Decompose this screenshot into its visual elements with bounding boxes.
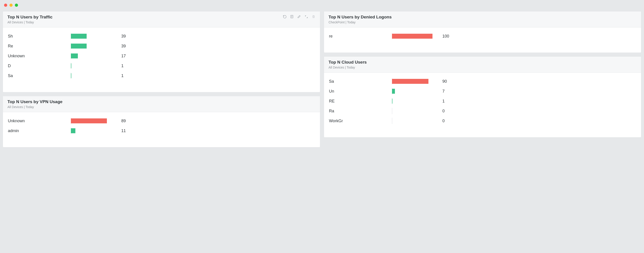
bar-row: Ra0 [329, 109, 636, 113]
bar-value: 100 [442, 34, 449, 39]
bar-value: 89 [121, 119, 126, 123]
bar-row: WorkGr0 [329, 118, 636, 123]
bar-track [71, 34, 116, 39]
bar-value: 90 [442, 79, 447, 84]
bar-row: re100 [329, 34, 636, 39]
bar-row: Unknown89 [8, 118, 315, 123]
panel-toolbar [282, 14, 316, 19]
window-close-icon[interactable] [4, 3, 7, 7]
bar-fill[interactable] [392, 79, 428, 84]
bar-fill[interactable] [71, 53, 78, 58]
bar-row: Unknown17 [8, 53, 315, 58]
bar-value: 1 [121, 73, 124, 78]
bar-value: 7 [442, 89, 445, 94]
bar-track [71, 63, 116, 68]
panel-header: Top N Users by VPN Usage All Devices | T… [3, 96, 320, 112]
window-fullscreen-icon[interactable] [15, 3, 18, 7]
bar-value: 1 [121, 64, 124, 68]
bar-label: Ra [329, 109, 392, 113]
bar-row: admin11 [8, 128, 315, 133]
panel-body: Sa90Un7RE1Ra0WorkGr0 [324, 73, 641, 137]
bar-label: Unknown [8, 119, 71, 123]
axis-tick [392, 108, 392, 114]
bar-fill[interactable] [392, 34, 432, 39]
axis-tick [392, 118, 392, 124]
bar-track [392, 118, 437, 123]
panel-cloud: Top N Cloud Users All Devices | Today Sa… [324, 56, 641, 138]
bar-fill[interactable] [71, 128, 76, 133]
bar-label: Sh [8, 34, 71, 39]
bar-value: 39 [121, 34, 126, 39]
bar-label: WorkGr [329, 119, 392, 123]
panel-body: Unknown89admin11 [3, 112, 320, 147]
bar-track [71, 73, 116, 78]
bar-track [392, 79, 437, 84]
panel-subtitle: All Devices | Today [328, 66, 367, 69]
bar-label: D [8, 64, 71, 68]
bar-track [71, 53, 116, 58]
bar-value: 11 [121, 129, 126, 133]
titlebar [0, 0, 644, 10]
bar-value: 39 [121, 44, 126, 48]
panel-body: Sh39Re39Unknown17D1Sa1 [3, 27, 320, 92]
bar-label: RE [329, 99, 392, 104]
bar-track [392, 109, 437, 113]
column-right: Top N Users by Denied Logons CheckPoint … [324, 11, 641, 147]
panel-header: Top N Users by Denied Logons CheckPoint … [324, 11, 641, 27]
dashboard-grid: Top N Users by Traffic All Devices | Tod… [0, 10, 644, 150]
panel-vpn: Top N Users by VPN Usage All Devices | T… [3, 96, 320, 147]
bar-label: Re [8, 44, 71, 48]
bar-row: Sh39 [8, 34, 315, 39]
column-left: Top N Users by Traffic All Devices | Tod… [3, 11, 320, 147]
panel-header: Top N Cloud Users All Devices | Today [324, 57, 641, 73]
bar-track [392, 99, 437, 104]
bar-label: Sa [8, 73, 71, 78]
bar-track [392, 34, 437, 39]
panel-traffic: Top N Users by Traffic All Devices | Tod… [3, 11, 320, 92]
bar-row: Re39 [8, 44, 315, 48]
panel-title: Top N Cloud Users [328, 60, 367, 65]
bar-label: Sa [329, 79, 392, 84]
bar-track [71, 44, 116, 48]
bar-fill[interactable] [71, 73, 71, 78]
export-icon[interactable] [290, 14, 294, 19]
panel-subtitle: All Devices | Today [8, 20, 52, 24]
panel-body: re100 [324, 27, 641, 53]
bar-row: Un7 [329, 89, 636, 94]
bar-value: 0 [442, 119, 445, 123]
bar-row: Sa90 [329, 79, 636, 84]
bar-track [71, 128, 116, 133]
panel-title: Top N Users by Denied Logons [328, 14, 392, 19]
bar-fill[interactable] [71, 63, 71, 68]
panel-denied: Top N Users by Denied Logons CheckPoint … [324, 11, 641, 53]
bar-label: Unknown [8, 54, 71, 58]
bar-value: 17 [121, 54, 126, 58]
bar-row: RE1 [329, 99, 636, 104]
expand-icon[interactable] [304, 14, 308, 19]
bar-value: 1 [442, 99, 445, 104]
bar-row: D1 [8, 63, 315, 68]
panel-title: Top N Users by Traffic [8, 14, 52, 19]
bar-label: admin [8, 129, 71, 133]
panel-title: Top N Users by VPN Usage [8, 99, 62, 104]
bar-value: 0 [442, 109, 445, 113]
app-window: Top N Users by Traffic All Devices | Tod… [0, 0, 644, 253]
panel-header: Top N Users by Traffic All Devices | Tod… [3, 11, 320, 27]
bar-fill[interactable] [392, 99, 392, 104]
refresh-icon[interactable] [282, 14, 287, 19]
bar-fill[interactable] [392, 89, 395, 94]
edit-icon[interactable] [297, 14, 301, 19]
bar-label: Un [329, 89, 392, 94]
delete-icon[interactable] [312, 14, 316, 19]
panel-subtitle: CheckPoint | Today [328, 20, 392, 24]
panel-subtitle: All Devices | Today [8, 105, 62, 109]
bar-label: re [329, 34, 392, 39]
bar-track [392, 89, 437, 94]
bar-track [71, 118, 116, 123]
bar-fill[interactable] [71, 34, 87, 39]
bar-fill[interactable] [71, 44, 87, 48]
bar-fill[interactable] [71, 118, 107, 123]
bar-row: Sa1 [8, 73, 315, 78]
window-minimize-icon[interactable] [10, 3, 12, 7]
